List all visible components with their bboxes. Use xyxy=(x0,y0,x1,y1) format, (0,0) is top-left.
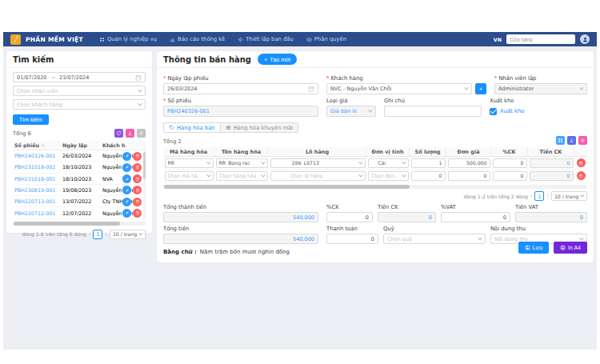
item-price-input[interactable]: 500,000 xyxy=(448,158,490,168)
item-qty-input[interactable]: 1 xyxy=(411,158,446,168)
delete-button[interactable] xyxy=(133,152,142,161)
item-price-input[interactable]: 0 xyxy=(448,171,490,181)
delete-item-button[interactable] xyxy=(577,171,586,180)
table-row[interactable]: PBH220713-001 13/07/2022 Cty TNHH Hoàn T… xyxy=(13,196,146,207)
date-range-picker[interactable]: 01/07/2020 → 23/07/2024 xyxy=(13,72,146,82)
create-new-button[interactable]: + Tạo mới xyxy=(258,54,297,65)
table-row[interactable]: PBH231018-001 18/10/2023 NVA xyxy=(13,174,146,185)
customer-field-select[interactable]: NVC - Nguyễn Văn Chỗi xyxy=(326,83,472,94)
employee-select[interactable]: Chọn nhân viên xyxy=(13,86,146,96)
column-settings-button[interactable] xyxy=(578,136,587,145)
item-code-select[interactable]: Chọn mã hàng hóa xyxy=(165,171,214,181)
column-code[interactable]: Số phiếu xyxy=(13,142,62,148)
edit-button[interactable] xyxy=(122,198,131,206)
note-input[interactable] xyxy=(384,106,482,117)
language-label[interactable]: VN xyxy=(494,37,502,42)
expand-table-button[interactable] xyxy=(556,136,565,145)
add-customer-button[interactable]: + xyxy=(475,83,486,94)
page-size-select[interactable]: 10 / trang xyxy=(110,230,146,239)
delete-item-button[interactable] xyxy=(577,158,586,167)
voucher-code-link[interactable]: PBH231018-002 xyxy=(13,164,62,170)
customer-label: *Khách hàng xyxy=(326,75,486,82)
page-size-select[interactable]: 10 / trang xyxy=(551,191,587,201)
chevron-down-icon xyxy=(368,108,373,113)
delete-button[interactable] xyxy=(133,174,142,183)
export-checkbox[interactable] xyxy=(490,108,497,115)
price-type-select[interactable]: Giá bán lẻ xyxy=(326,106,376,117)
chevron-down-icon xyxy=(138,101,142,106)
user-avatar[interactable] xyxy=(580,34,590,44)
menu-setup[interactable]: Thiết lập ban đầu xyxy=(238,36,294,42)
edit-button[interactable] xyxy=(122,209,131,218)
scrollbar-thumb[interactable] xyxy=(143,152,146,179)
item-unit-select[interactable]: Chọn đơn vị tính xyxy=(368,171,409,181)
save-button[interactable]: Lưu xyxy=(518,242,549,254)
search-button[interactable]: Tìm kiếm xyxy=(13,114,49,125)
next-page-button[interactable]: › xyxy=(546,193,549,199)
prev-page-button[interactable]: ‹ xyxy=(89,231,91,238)
voucher-code-link[interactable]: PBH220713-001 xyxy=(13,198,62,204)
print-button[interactable]: In A4 xyxy=(554,242,587,254)
issue-date-input[interactable]: 26/03/2024 xyxy=(163,83,318,94)
horizontal-scrollbar[interactable] xyxy=(13,222,146,226)
column-date[interactable]: Ngày lập xyxy=(62,142,102,148)
payment-input[interactable]: 0 xyxy=(326,234,378,244)
item-lot-select[interactable]: 286_L0713 xyxy=(270,158,366,168)
search-icon[interactable] xyxy=(41,143,46,148)
vertical-scrollbar[interactable] xyxy=(143,150,146,219)
date-from[interactable]: 01/07/2020 xyxy=(17,74,46,81)
customer-select[interactable]: Chọn khách hàng xyxy=(13,99,146,110)
discount-pct-input[interactable]: 0 xyxy=(326,212,373,222)
edit-button[interactable] xyxy=(122,163,131,172)
scrollbar-thumb[interactable] xyxy=(14,222,120,226)
vat-pct-input[interactable]: 0 xyxy=(441,212,510,222)
menu-permissions[interactable]: Phân quyền xyxy=(306,36,346,42)
edit-button[interactable] xyxy=(122,152,131,161)
voucher-code-link[interactable]: PBH230819-001 xyxy=(13,187,62,193)
column-customer[interactable]: Khách h xyxy=(102,142,141,148)
voucher-code-link[interactable]: PBH240326-001 xyxy=(13,153,62,158)
voucher-code-input[interactable]: PBH240326-001 xyxy=(163,106,318,117)
table-row[interactable]: PBH230819-001 19/08/2023 Nguyễn Văn Chỗi xyxy=(13,185,146,196)
page-number-button[interactable]: 1 xyxy=(93,230,102,239)
menu-reports[interactable]: Báo cáo thống kê xyxy=(170,36,225,42)
delete-button[interactable] xyxy=(133,186,142,194)
delete-button[interactable] xyxy=(133,198,142,206)
item-name-select[interactable]: Chọn hàng hóa xyxy=(216,171,268,181)
fund-select[interactable]: Chọn quỹ xyxy=(383,234,486,244)
delete-button[interactable] xyxy=(133,209,142,218)
item-discount-amt-field: 0 xyxy=(530,171,574,181)
staff-select[interactable]: Administrator xyxy=(494,83,587,94)
delete-button[interactable] xyxy=(133,163,142,172)
menu-business[interactable]: Quản lý nghiệp vụ xyxy=(99,36,157,42)
scrollbar-thumb[interactable] xyxy=(164,185,410,189)
import-items-button[interactable] xyxy=(567,136,576,145)
edit-button[interactable] xyxy=(122,174,131,183)
item-discount-pct-input[interactable]: 0 xyxy=(493,171,527,181)
settings-button[interactable] xyxy=(137,129,146,138)
voucher-code-link[interactable]: PBH231018-001 xyxy=(13,176,62,182)
staff-value: Administrator xyxy=(498,86,534,92)
refresh-button[interactable] xyxy=(114,129,123,138)
tab-goods-promo[interactable]: Hàng hóa khuyến mãi xyxy=(221,122,299,133)
page-number-button[interactable]: 1 xyxy=(534,191,544,201)
store-search-input[interactable] xyxy=(506,34,575,44)
table-row[interactable]: PBH231018-002 18/10/2023 Nguyễn Văn Chỗi xyxy=(13,162,146,173)
item-discount-pct-input[interactable]: 0 xyxy=(493,158,527,168)
item-lot-select[interactable]: Chọn lô hàng xyxy=(270,171,366,181)
table-row[interactable]: PBH220712-001 12/07/2022 Nguyễn Văn Chỗi xyxy=(13,207,146,218)
item-qty-input[interactable]: 0 xyxy=(411,171,446,181)
tab-goods-sold[interactable]: Hàng hóa bán xyxy=(163,122,221,133)
prev-page-button[interactable]: ‹ xyxy=(530,193,533,199)
horizontal-scrollbar[interactable] xyxy=(163,185,587,189)
item-unit-select[interactable]: Cái xyxy=(368,158,409,168)
edit-button[interactable] xyxy=(122,186,131,194)
column-item-code: Mã hàng hóa xyxy=(163,147,214,156)
item-code-select[interactable]: RR xyxy=(165,158,214,168)
voucher-code-link[interactable]: PBH220712-001 xyxy=(13,210,62,216)
next-page-button[interactable]: › xyxy=(105,231,107,238)
table-row[interactable]: PBH240326-001 26/03/2024 Nguyễn Văn Chỗi xyxy=(13,150,146,162)
date-to[interactable]: 23/07/2024 xyxy=(59,74,89,81)
item-name-select[interactable]: RR_Bong roc xyxy=(216,158,268,168)
export-button[interactable] xyxy=(126,129,134,138)
